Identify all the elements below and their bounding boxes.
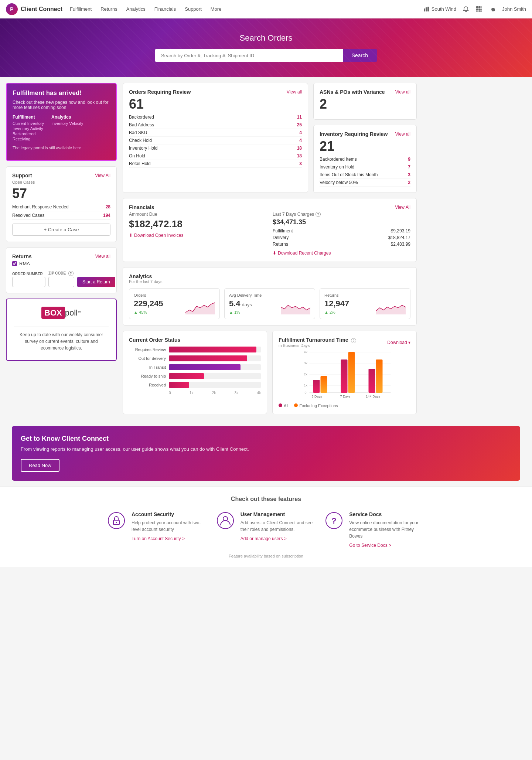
svg-point-15 bbox=[480, 10, 482, 12]
download-charges-link[interactable]: ⬇ Download Recent Charges bbox=[273, 251, 410, 256]
support-sub-label: Open Cases bbox=[12, 180, 110, 184]
svg-point-12 bbox=[480, 8, 482, 10]
search-button[interactable]: Search bbox=[343, 49, 377, 62]
rma-checkbox[interactable] bbox=[12, 261, 17, 266]
asns-title: ASNs & POs with Variance bbox=[320, 89, 385, 95]
asns-card: ASNs & POs with Variance View all 2 bbox=[313, 83, 417, 120]
fin-right: Last 7 Days Charges ? $34,471.35 Fulfill… bbox=[273, 212, 410, 256]
order-number-input[interactable] bbox=[12, 277, 45, 287]
create-case-button[interactable]: + Create a Case bbox=[12, 224, 110, 236]
asns-count: 2 bbox=[320, 96, 410, 112]
nav-returns[interactable]: Returns bbox=[100, 6, 117, 12]
svg-text:14+ Days: 14+ Days bbox=[366, 395, 380, 398]
logo-circle: P bbox=[6, 3, 18, 15]
analytics-grid: Orders 229,245 ▲ 45% Avg Delivery Time bbox=[129, 288, 410, 319]
analytics-returns: Returns 12,947 ▲ 2% bbox=[320, 288, 410, 319]
asns-view-all[interactable]: View all bbox=[395, 89, 410, 95]
left-column: Fulfillment has arrived! Check out these… bbox=[6, 83, 117, 414]
nav-financials[interactable]: Financials bbox=[154, 6, 176, 12]
apps-icon[interactable] bbox=[475, 6, 483, 13]
fulfillment-link-activity[interactable]: Inventory Activity bbox=[13, 126, 44, 131]
svg-text:3k: 3k bbox=[304, 361, 308, 365]
navbar-right: South Wind John Smith bbox=[423, 6, 526, 13]
feature-security: Account Security Help protect your accou… bbox=[107, 511, 207, 548]
status-bar-2: In Transit bbox=[129, 364, 261, 370]
inv-row-3: Velocity below 50%2 bbox=[320, 179, 410, 187]
company-selector[interactable]: South Wind bbox=[423, 6, 456, 12]
inv-row-2: Items Out of Stock this Month3 bbox=[320, 171, 410, 179]
fulfillment-link-receiving[interactable]: Receiving bbox=[13, 137, 44, 141]
hero-section: Search Orders Search bbox=[0, 18, 532, 77]
svg-rect-1 bbox=[426, 7, 427, 11]
svg-rect-4 bbox=[478, 6, 480, 8]
support-card: Support View All Open Cases 57 Merchant … bbox=[6, 166, 117, 242]
security-link[interactable]: Turn on Account Security > bbox=[132, 536, 185, 541]
box-text: BOX bbox=[41, 307, 65, 319]
turnaround-help-icon: ? bbox=[351, 338, 356, 343]
cta-card: Get to Know Client Connect From viewing … bbox=[12, 426, 520, 481]
download-invoices-link[interactable]: ⬇ Download Open Invoices bbox=[129, 233, 267, 238]
svg-rect-2 bbox=[427, 7, 429, 11]
financials-card: Financials View All Ammount Due $182,472… bbox=[123, 198, 417, 262]
company-name: South Wind bbox=[432, 6, 456, 12]
order-row-0: Backordered11 bbox=[129, 113, 302, 121]
last7-amount: $34,471.35 bbox=[273, 218, 410, 226]
analytics-sub: For the last 7 days bbox=[129, 279, 163, 284]
fin-left: Ammount Due $182,472.18 ⬇ Download Open … bbox=[129, 212, 267, 256]
legacy-link[interactable]: here bbox=[73, 146, 81, 150]
analytics-col-label: Analytics bbox=[51, 115, 83, 120]
svg-rect-27 bbox=[321, 376, 327, 393]
turnaround-download[interactable]: Download ▾ bbox=[387, 340, 410, 345]
orders-review-view-all[interactable]: View all bbox=[287, 89, 302, 95]
read-now-button[interactable]: Read Now bbox=[21, 459, 59, 472]
turnaround-chart: 4k 3k 2k 1k 0 bbox=[279, 348, 410, 399]
rma-label: RMA bbox=[19, 261, 30, 266]
settings-icon[interactable] bbox=[489, 6, 496, 13]
svg-rect-6 bbox=[476, 8, 478, 10]
fulfillment-link-velocity[interactable]: Inventory Velocity bbox=[51, 121, 83, 126]
navbar: P Client Connect Fulfillment Returns Ana… bbox=[0, 0, 532, 18]
users-desc: Add users to Client Connect and see thei… bbox=[241, 519, 316, 533]
financials-title: Financials bbox=[129, 204, 154, 210]
fulfillment-col-label: Fulfillment bbox=[13, 115, 44, 120]
order-row-5: On Hold18 bbox=[129, 152, 302, 160]
orders-review-title: Orders Requiring Review bbox=[129, 89, 191, 95]
start-return-button[interactable]: Start a Return bbox=[77, 277, 115, 287]
orders-review-list: Backordered11 Bad Address25 Bad SKU4 Che… bbox=[129, 113, 302, 168]
docs-link[interactable]: Go to Service Docs > bbox=[349, 543, 391, 548]
logo[interactable]: P Client Connect bbox=[6, 3, 62, 15]
svg-text:4k: 4k bbox=[304, 350, 308, 354]
notifications-icon[interactable] bbox=[462, 6, 470, 13]
nav-support[interactable]: Support bbox=[185, 6, 202, 12]
nav-more[interactable]: More bbox=[211, 6, 222, 12]
analytics-orders: Orders 229,245 ▲ 45% bbox=[129, 288, 220, 319]
users-title: User Management bbox=[241, 511, 316, 517]
fulfillment-link-inventory[interactable]: Current Inventory bbox=[13, 121, 44, 126]
search-bar: Search bbox=[155, 49, 377, 62]
features-note: Feature availability based on subscripti… bbox=[6, 554, 526, 558]
returns-view-all[interactable]: View all bbox=[95, 254, 110, 259]
feature-docs: ? Service Docs View online documentation… bbox=[325, 511, 425, 548]
user-management-icon bbox=[216, 511, 235, 530]
user-name[interactable]: John Smith bbox=[502, 6, 526, 12]
fulfillment-link-backordered[interactable]: Backordered bbox=[13, 132, 44, 136]
main-nav: Fulfillment Returns Analytics Financials… bbox=[70, 6, 423, 12]
turnaround-card: Fulfillment Turnaround Time ? in Busines… bbox=[272, 331, 417, 414]
nav-fulfillment[interactable]: Fulfillment bbox=[70, 6, 92, 12]
analytics-title: Analytics bbox=[129, 273, 152, 279]
order-status-axis: 0 1k 2k 3k 4k bbox=[169, 391, 261, 395]
users-link[interactable]: Add or manage users > bbox=[241, 536, 287, 541]
svg-rect-29 bbox=[348, 352, 355, 393]
financials-view-all[interactable]: View All bbox=[395, 205, 410, 210]
order-status-card: Current Order Status Requires Review Out… bbox=[123, 331, 267, 414]
middle-column: Orders Requiring Review View all 61 Back… bbox=[123, 83, 417, 414]
support-view-all[interactable]: View All bbox=[95, 173, 110, 178]
svg-text:3 Days: 3 Days bbox=[311, 395, 322, 398]
inventory-view-all[interactable]: View all bbox=[395, 132, 410, 137]
tm-symbol: ™ bbox=[78, 310, 81, 314]
returns-card: Returns View all RMA ORDER NUMBER ZIP CO… bbox=[6, 247, 117, 293]
zip-code-input[interactable] bbox=[48, 277, 74, 287]
nav-analytics[interactable]: Analytics bbox=[126, 6, 146, 12]
search-input[interactable] bbox=[155, 49, 343, 62]
fulfillment-card: Fulfillment has arrived! Check out these… bbox=[6, 83, 117, 161]
